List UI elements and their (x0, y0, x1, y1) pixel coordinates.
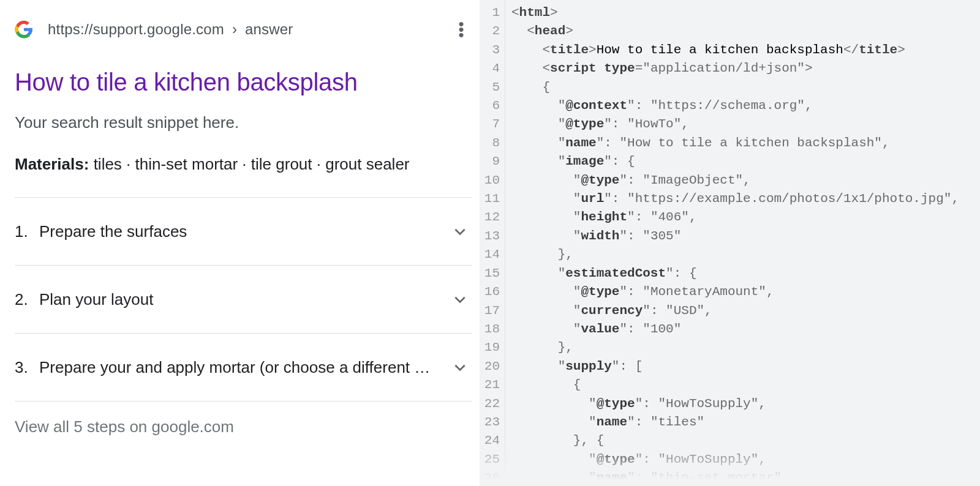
result-materials: Materials: tiles · thin-set mortar · til… (15, 152, 472, 176)
step-row[interactable]: 3. Prepare your and apply mortar (or cho… (15, 334, 472, 401)
chevron-down-icon (448, 223, 472, 239)
google-favicon-icon (15, 20, 33, 39)
result-domain: https://support.google.com (48, 21, 224, 37)
chevron-down-icon (448, 359, 472, 375)
step-number: 3. (15, 358, 39, 377)
chevron-down-icon (448, 291, 472, 307)
divider (15, 401, 472, 402)
result-snippet: Your search result snippet here. (15, 113, 472, 132)
result-more-icon[interactable]: ••• (450, 21, 472, 38)
step-label: Prepare your and apply mortar (or choose… (39, 358, 448, 377)
result-url[interactable]: https://support.google.com › answer (48, 21, 435, 38)
step-label: Plan your layout (39, 290, 448, 309)
step-row[interactable]: 2. Plan your layout (15, 266, 472, 333)
step-row[interactable]: 1. Prepare the surfaces (15, 198, 472, 265)
search-result-panel: https://support.google.com › answer ••• … (0, 0, 480, 486)
code-panel: 1 2 3 4 5 6 7 8 9 10 11 12 13 14 15 16 1… (480, 0, 980, 486)
line-gutter: 1 2 3 4 5 6 7 8 9 10 11 12 13 14 15 16 1… (480, 0, 505, 486)
result-steps: 1. Prepare the surfaces 2. Plan your lay… (15, 197, 472, 402)
code-content: <html> <head> <title>How to tile a kitch… (505, 0, 980, 486)
result-path: answer (245, 21, 293, 37)
step-number: 1. (15, 222, 39, 241)
materials-label: Materials: (15, 155, 89, 173)
step-label: Prepare the surfaces (39, 222, 448, 241)
view-all-link[interactable]: View all 5 steps on google.com (15, 417, 472, 436)
step-number: 2. (15, 290, 39, 309)
result-title[interactable]: How to tile a kitchen backsplash (15, 69, 472, 96)
materials-values: tiles · thin-set mortar · tile grout · g… (94, 155, 410, 173)
result-url-row: https://support.google.com › answer ••• (15, 15, 472, 44)
